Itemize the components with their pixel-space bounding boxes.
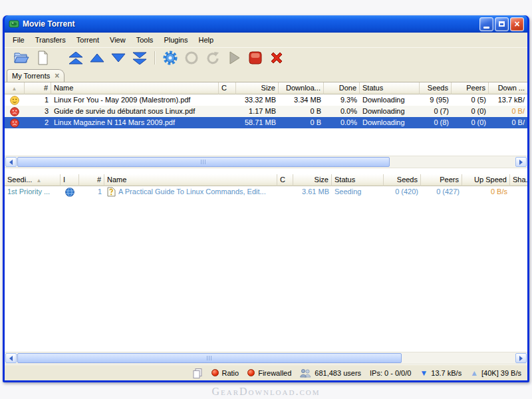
torrent-seeds: 9 (95) [420, 94, 452, 106]
menu-help[interactable]: Help [193, 35, 219, 45]
header-downloaded[interactable]: Downloa... [279, 82, 324, 94]
torrent-done: 0.0% [324, 117, 360, 128]
menu-torrent[interactable]: Torrent [71, 35, 104, 45]
users-icon [300, 368, 311, 378]
close-icon: × [514, 19, 519, 29]
scrollbar-thumb[interactable] [17, 157, 390, 167]
header-i[interactable]: I [61, 174, 79, 186]
ring-icon [184, 51, 199, 65]
scroll-right-button[interactable] [515, 157, 527, 167]
header-name[interactable]: Name [104, 174, 277, 186]
scroll-right-button[interactable] [515, 353, 527, 363]
torrent-downloaded: 3.34 MB [279, 94, 324, 106]
watermark: GearDownload.com [0, 386, 532, 398]
settings-button[interactable] [162, 50, 179, 66]
titlebar[interactable]: Movie Torrent × [5, 15, 527, 33]
seed-name-cell: A Practical Guide To Linux Commands, Edi… [104, 186, 277, 198]
scroll-left-button[interactable] [5, 353, 17, 363]
header-share[interactable]: Sha... [510, 174, 527, 186]
header-seeding-label: Seedi... [7, 176, 32, 184]
seeding-hscrollbar[interactable] [5, 352, 527, 364]
torrent-row[interactable]: 1 Linux For You - May 2009 (Malestrom).p… [5, 94, 527, 106]
new-file-icon [37, 51, 49, 65]
up-speed-indicator: ▲ [40K] 39 B/s [470, 369, 521, 377]
start-button[interactable] [225, 50, 243, 66]
menu-plugins[interactable]: Plugins [158, 35, 193, 45]
queue-bottom-button[interactable] [131, 50, 148, 66]
header-num[interactable]: # [79, 174, 104, 186]
header-peers[interactable]: Peers [452, 82, 489, 94]
play-icon [227, 51, 241, 65]
torrent-downloaded: 0 B [279, 106, 324, 117]
maximize-button[interactable] [495, 17, 509, 31]
seed-size: 3.61 MB [293, 186, 332, 198]
torrent-name: Linux For You - May 2009 (Malestrom).pdf [51, 94, 219, 106]
header-c[interactable]: C [219, 82, 236, 94]
queue-up-button[interactable] [88, 50, 106, 66]
torrent-num: 1 [25, 94, 51, 106]
tab-my-torrents[interactable]: My Torrents × [7, 69, 65, 82]
torrent-done: 9.3% [324, 94, 360, 106]
torrent-row[interactable]: 3 Guide de survie du débutant sous Linux… [5, 106, 527, 117]
document-question-icon [107, 187, 116, 197]
seed-name: A Practical Guide To Linux Commands, Edi… [118, 186, 266, 198]
header-status-icon[interactable]: ▲ [5, 82, 25, 94]
tab-close-icon[interactable]: × [55, 72, 59, 80]
header-seeding[interactable]: Seedi... ▲ [5, 174, 61, 186]
header-peers[interactable]: Peers [421, 174, 462, 186]
header-seeds[interactable]: Seeds [420, 82, 452, 94]
toolbar-separator [154, 51, 156, 65]
remove-button[interactable] [268, 50, 285, 66]
up-arrow-icon [90, 53, 104, 63]
up-speed-value: [40K] 39 B/s [481, 369, 521, 377]
sort-asc-icon: ▲ [12, 86, 17, 92]
red-ball-icon [247, 369, 255, 376]
pause-button[interactable] [183, 50, 200, 66]
tab-bar: My Torrents × [5, 68, 527, 82]
scrollbar-thumb[interactable] [17, 353, 402, 363]
app-window: Movie Torrent × File Transfers Torrent V… [3, 15, 529, 382]
seeding-table: Seedi... ▲ I # Name C Size Status Seeds … [5, 174, 527, 352]
menu-bar: File Transfers Torrent View Tools Plugin… [5, 33, 527, 47]
stop-button[interactable] [247, 50, 264, 66]
torrent-size: 33.32 MB [236, 94, 279, 106]
close-button[interactable]: × [510, 17, 524, 31]
refresh-button[interactable] [204, 50, 221, 66]
double-up-arrow-icon [68, 52, 83, 65]
seeding-row[interactable]: 1st Priority ... 1 A Practical Gu [5, 186, 527, 198]
torrent-seeds: 0 (7) [420, 106, 452, 117]
globe-icon [65, 188, 74, 197]
header-down-speed[interactable]: Down ... [489, 82, 527, 94]
window-title: Movie Torrent [23, 19, 479, 29]
torrent-peers: 0 (0) [452, 106, 489, 117]
header-seeds[interactable]: Seeds [384, 174, 421, 186]
header-c[interactable]: C [277, 174, 293, 186]
queue-down-button[interactable] [110, 50, 127, 66]
header-name[interactable]: Name [51, 82, 219, 94]
header-num[interactable]: # [25, 82, 51, 94]
menu-view[interactable]: View [104, 35, 131, 45]
torrents-table-header: ▲ # Name C Size Downloa... Done Status S… [5, 82, 527, 94]
header-done[interactable]: Done [324, 82, 360, 94]
header-size[interactable]: Size [236, 82, 279, 94]
header-status[interactable]: Status [360, 82, 420, 94]
create-torrent-button[interactable] [34, 50, 51, 66]
smiley-yellow-icon [10, 96, 19, 105]
header-up-speed[interactable]: Up Speed [462, 174, 510, 186]
queue-top-button[interactable] [67, 50, 84, 66]
delete-x-icon [269, 51, 284, 65]
ratio-indicator: Ratio [211, 369, 239, 377]
menu-transfers[interactable]: Transfers [30, 35, 71, 45]
menu-file[interactable]: File [7, 35, 30, 45]
torrent-row-selected[interactable]: 2 Linux Magazine N 114 Mars 2009.pdf 58.… [5, 117, 527, 128]
header-status[interactable]: Status [332, 174, 384, 186]
clipboard-pages-icon [192, 368, 203, 378]
seed-num: 1 [79, 186, 104, 198]
open-torrent-button[interactable] [13, 50, 30, 66]
torrents-hscrollbar[interactable] [5, 156, 527, 168]
header-size[interactable]: Size [293, 174, 332, 186]
torrents-table: ▲ # Name C Size Downloa... Done Status S… [5, 82, 527, 156]
scroll-left-button[interactable] [5, 157, 17, 167]
menu-tools[interactable]: Tools [131, 35, 159, 45]
minimize-button[interactable] [479, 17, 493, 31]
